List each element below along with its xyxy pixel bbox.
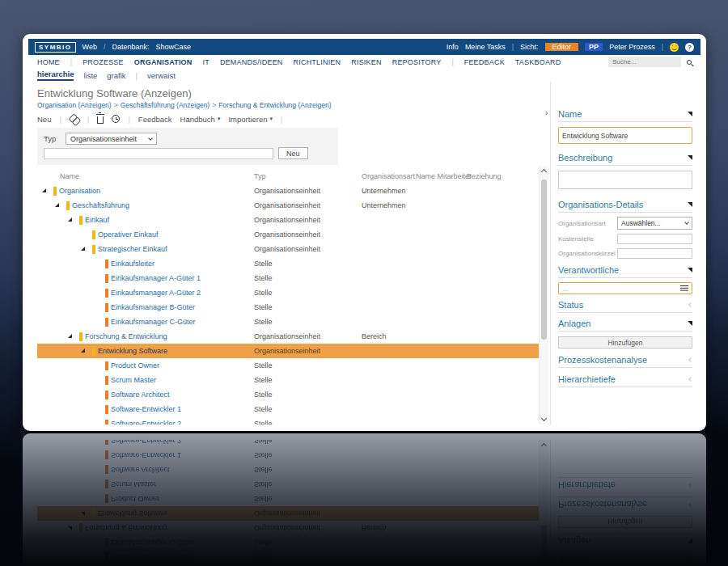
tree-node-link[interactable]: Einkaufsmanager A-Güter 1 xyxy=(111,271,201,285)
section-header-prozesskostenanalyse[interactable]: Prozesskostenanalyse xyxy=(558,355,692,368)
tree-node-link[interactable]: Software-Entwickler 2 xyxy=(111,416,181,424)
vertical-scrollbar[interactable] xyxy=(539,166,548,424)
collapse-section-icon[interactable] xyxy=(688,112,692,116)
nav-item-risiken[interactable]: RISIKEN xyxy=(351,58,381,66)
expand-section-icon[interactable] xyxy=(688,357,693,362)
table-row[interactable]: Forschung & EntwicklungOrganisationseinh… xyxy=(37,329,541,344)
web-link[interactable]: Web xyxy=(83,43,97,51)
breadcrumb-link[interactable]: Forschung & Entwicklung (Anzeigen) xyxy=(218,101,331,109)
tree-node-link[interactable]: Einkaufsmanager B-Güter xyxy=(111,300,195,315)
tree-node-link[interactable]: Einkaufsmanager A-Güter 2 xyxy=(111,285,201,300)
handbuch-dropdown[interactable]: Handbuch▾ xyxy=(180,115,221,124)
section-header-beschreibung[interactable]: Beschreibung xyxy=(558,153,692,166)
table-row[interactable]: Einkaufsmanager C-GüterStelle xyxy=(37,315,541,329)
column-header[interactable]: Name xyxy=(60,172,79,180)
nav-item-organisation[interactable]: ORGANISATION xyxy=(134,58,193,66)
database-value[interactable]: ShowCase xyxy=(155,43,191,51)
meine-tasks-link[interactable]: Meine Tasks xyxy=(465,43,506,51)
nav-item-demands-ideen[interactable]: DEMANDS/IDEEN xyxy=(220,58,283,66)
nav-item-richtlinien[interactable]: RICHTLINIEN xyxy=(294,58,341,66)
table-row[interactable]: Strategischer EinkaufOrganisationseinhei… xyxy=(37,242,541,256)
scroll-down-icon[interactable] xyxy=(541,416,547,421)
breadcrumb-link[interactable]: Organisation (Anzeigen) xyxy=(37,101,112,109)
link-icon[interactable] xyxy=(70,114,79,124)
tree-node-link[interactable]: Einkauf xyxy=(85,213,109,227)
organisationskuerzel-field[interactable] xyxy=(617,248,692,259)
subnav-item-verwaist[interactable]: verwaist xyxy=(147,71,176,80)
verantwortliche-field[interactable]: ... xyxy=(558,282,692,294)
tree-node-link[interactable]: Strategischer Einkauf xyxy=(98,242,167,256)
breadcrumb-link[interactable]: Geschäftsführung (Anzeigen) xyxy=(121,101,210,109)
collapse-section-icon[interactable] xyxy=(688,268,692,272)
section-header-anlagen[interactable]: Anlagen xyxy=(558,319,692,332)
table-row[interactable]: Software-Entwickler 2Stelle xyxy=(37,416,541,424)
view-mode-editor-button[interactable]: Editor xyxy=(545,43,579,51)
search-input[interactable] xyxy=(608,57,681,67)
expand-section-icon[interactable] xyxy=(688,302,693,307)
tree-node-link[interactable]: Einkaufsmanager C-Güter xyxy=(111,315,196,329)
organisationsart-select[interactable]: Auswählen... xyxy=(617,217,692,230)
table-row[interactable]: Software-Entwickler 1Stelle xyxy=(37,402,541,416)
subnav-item-liste[interactable]: liste xyxy=(83,71,97,80)
name-field[interactable] xyxy=(558,127,692,144)
table-row[interactable]: GeschäftsführungOrganisationseinheitUnte… xyxy=(37,198,541,213)
user-name[interactable]: Peter Prozess xyxy=(609,43,655,51)
expand-toggle-icon[interactable] xyxy=(42,188,46,192)
table-row[interactable]: Entwicklung SoftwareOrganisationseinheit xyxy=(37,344,541,358)
tree-node-link[interactable]: Forschung & Entwicklung xyxy=(85,329,167,344)
beschreibung-field[interactable] xyxy=(558,171,692,189)
filter-search-input[interactable] xyxy=(44,148,273,159)
table-row[interactable]: EinkaufsleiterStelle xyxy=(37,256,541,271)
table-row[interactable]: Einkaufsmanager B-GüterStelle xyxy=(37,300,541,315)
tree-node-link[interactable]: Scrum Master xyxy=(111,373,156,387)
expand-toggle-icon[interactable] xyxy=(55,203,59,207)
hinzufuegen-button[interactable]: Hinzufügen xyxy=(558,336,692,348)
nav-item-taskboard[interactable]: TASKBOARD xyxy=(515,58,561,66)
section-header-status[interactable]: Status xyxy=(558,300,692,313)
table-row[interactable]: EinkaufOrganisationseinheit xyxy=(37,213,541,227)
tree-node-link[interactable]: Geschäftsführung xyxy=(72,198,129,213)
expand-toggle-icon[interactable] xyxy=(68,334,72,338)
tree-node-link[interactable]: Software Architect xyxy=(111,387,170,402)
section-header-organisations-details[interactable]: Organisations-Details xyxy=(558,200,692,213)
info-link[interactable]: Info xyxy=(447,43,459,51)
help-icon[interactable]: ? xyxy=(685,43,694,52)
column-header[interactable]: Organisationsart xyxy=(362,172,415,180)
search-icon[interactable] xyxy=(687,60,692,65)
kostenstelle-field[interactable] xyxy=(617,234,692,244)
table-row[interactable]: Scrum MasterStelle xyxy=(37,373,541,387)
expand-toggle-icon[interactable] xyxy=(81,247,85,251)
nav-item-feedback[interactable]: FEEDBACK xyxy=(464,58,505,66)
nav-item-home[interactable]: HOME xyxy=(37,58,60,66)
tree-node-link[interactable]: Einkaufsleiter xyxy=(111,256,154,271)
expand-toggle-icon[interactable] xyxy=(81,348,85,353)
feedback-button[interactable]: Feedback xyxy=(138,115,172,124)
collapse-section-icon[interactable] xyxy=(688,202,692,207)
panel-collapse-icon[interactable]: › xyxy=(545,108,548,117)
expand-toggle-icon[interactable] xyxy=(68,218,72,222)
nav-item-prozesse[interactable]: PROZESSE xyxy=(83,58,124,66)
table-row[interactable]: Software ArchitectStelle xyxy=(37,387,541,402)
table-row[interactable]: OrganisationOrganisationseinheitUnterneh… xyxy=(37,184,541,198)
scrollbar-thumb[interactable] xyxy=(541,180,547,340)
feedback-smiley-icon[interactable] xyxy=(670,43,679,52)
tree-node-link[interactable]: Operativer Einkauf xyxy=(98,227,159,242)
delete-icon[interactable] xyxy=(97,116,104,124)
user-avatar[interactable]: PP xyxy=(585,43,603,51)
collapse-section-icon[interactable] xyxy=(688,321,692,326)
menu-icon[interactable] xyxy=(680,285,688,292)
subnav-item-hierarchie[interactable]: hierarchie xyxy=(37,70,74,81)
column-header[interactable]: Typ xyxy=(254,172,266,180)
symbio-logo[interactable]: SYMBIO xyxy=(35,42,76,53)
nav-item-repository[interactable]: REPOSITORY xyxy=(392,58,442,66)
table-row[interactable]: Product OwnerStelle xyxy=(37,358,541,373)
typ-select[interactable]: Organisationseinheit xyxy=(66,133,157,145)
expand-section-icon[interactable] xyxy=(688,377,693,382)
nav-item-it[interactable]: IT xyxy=(203,58,210,66)
scroll-up-icon[interactable] xyxy=(541,169,547,175)
importieren-dropdown[interactable]: Importieren▾ xyxy=(228,115,273,124)
subnav-item-grafik[interactable]: grafik xyxy=(107,71,125,80)
column-header[interactable]: Name Mitarbeiter xyxy=(416,172,472,180)
tree-node-link[interactable]: Entwicklung Software xyxy=(98,344,167,358)
section-header-name[interactable]: Name xyxy=(558,109,692,122)
